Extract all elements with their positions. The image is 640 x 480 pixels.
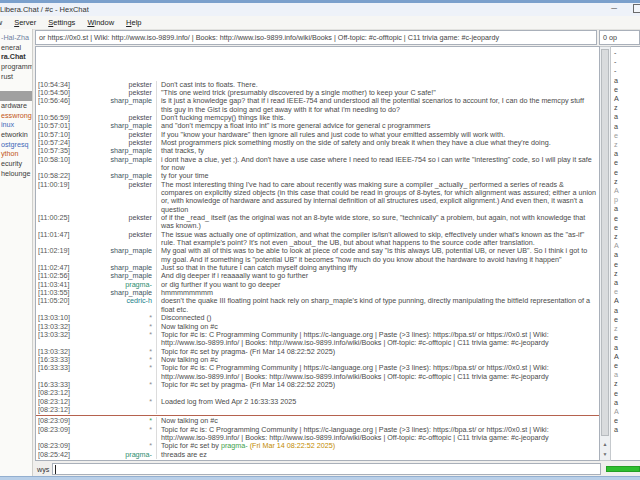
userlist-nick[interactable]: z xyxy=(611,140,640,149)
userlist-nick[interactable]: e xyxy=(611,85,640,94)
message-text xyxy=(156,406,599,414)
userlist-nick[interactable]: A xyxy=(611,352,640,361)
channel-tab[interactable]: esswrong xyxy=(0,111,32,121)
chat-scrollbar[interactable]: ▲ ▼ xyxy=(600,46,611,461)
userlist-nick[interactable]: a xyxy=(611,370,640,379)
userlist-nick[interactable]: e xyxy=(611,214,640,223)
channel-tab[interactable]: programm xyxy=(0,62,32,72)
channel-tab[interactable]: eneral xyxy=(0,43,32,53)
userlist-nick[interactable]: - xyxy=(611,66,640,75)
message-timestamp: [10:58:10] xyxy=(36,156,82,164)
message-nick: pekster xyxy=(82,89,156,97)
userlist-nick[interactable]: A xyxy=(611,94,640,103)
message-text: of if the _read_ itself (as the original… xyxy=(156,214,599,231)
userlist-nick[interactable]: z xyxy=(611,177,640,186)
userlist-nick[interactable]: e xyxy=(611,361,640,370)
channel-tab[interactable]: ardware xyxy=(0,101,32,111)
maximize-button[interactable] xyxy=(633,4,640,13)
userlist-nick[interactable]: a xyxy=(611,76,640,85)
userlist-nick[interactable]: a xyxy=(611,425,640,434)
channel-tab[interactable]: helounge xyxy=(0,169,32,179)
message-timestamp: [10:56:46] xyxy=(36,97,82,105)
scrollbar-thumb[interactable] xyxy=(601,49,609,436)
message-timestamp: [11:05:20] xyxy=(36,297,82,305)
userlist-nick[interactable]: A xyxy=(611,407,640,416)
menu-item-settings[interactable]: Settings xyxy=(48,16,75,29)
message-nick: pekster xyxy=(82,231,156,239)
channel-tab[interactable]: -Hal-Zha xyxy=(0,33,32,43)
menu-item-window[interactable]: Window xyxy=(87,16,114,29)
topic-row: or https://0x0.st | Wiki: http://www.iso… xyxy=(33,29,640,46)
userlist-nick[interactable]: a xyxy=(611,149,640,158)
userlist-nick[interactable]: a xyxy=(611,343,640,352)
userlist-nick[interactable]: A xyxy=(611,296,640,305)
message-nick: sharp_maple xyxy=(82,97,156,105)
userlist-nick[interactable]: z xyxy=(611,269,640,278)
message-timestamp: [11:01:47] xyxy=(36,231,82,239)
userlist-nick[interactable]: z xyxy=(611,103,640,112)
main-content: or https://0x0.st | Wiki: http://www.iso… xyxy=(33,29,640,477)
message-timestamp: [08:23:09] xyxy=(36,426,82,434)
userlist-nick[interactable]: e xyxy=(611,158,640,167)
own-nick-label[interactable]: wys xyxy=(35,465,49,474)
message-input[interactable] xyxy=(52,463,601,475)
channel-tab[interactable]: ra.Chat xyxy=(0,52,32,62)
channel-tab-selected[interactable] xyxy=(0,91,32,101)
message-nick: * xyxy=(82,381,156,389)
message-nick: * xyxy=(82,426,156,434)
channel-tab[interactable] xyxy=(0,81,32,91)
channel-tab[interactable]: ostgresq xyxy=(0,140,32,150)
channel-tab[interactable]: ython xyxy=(0,149,32,159)
chat-message-row: [11:02:47]sharp_mapleJust so that in the… xyxy=(36,264,599,272)
userlist-nick[interactable]: a xyxy=(611,204,640,213)
userlist-nick[interactable]: e xyxy=(611,315,640,324)
userlist-nick[interactable]: z xyxy=(611,379,640,388)
userlist-nick[interactable]: e xyxy=(611,131,640,140)
userlist-nick[interactable]: e xyxy=(611,389,640,398)
message-text: Topic for #c is: C Programming Community… xyxy=(156,364,599,381)
menu-item-help[interactable]: Help xyxy=(126,16,141,29)
titlebar-accent-strip xyxy=(0,0,640,3)
userlist-nick[interactable]: e xyxy=(611,168,640,177)
userlist-nick[interactable]: a xyxy=(611,250,640,259)
user-count-box: 0 op xyxy=(599,30,640,45)
user-list: ---aeAzaaezaeezApaeezAaezaeAaezeaAeazeaA… xyxy=(611,46,640,461)
userlist-nick[interactable]: e xyxy=(611,416,640,425)
channel-tab[interactable]: etworkin xyxy=(0,130,32,140)
userlist-nick[interactable]: p xyxy=(611,195,640,204)
userlist-nick[interactable]: A xyxy=(611,186,640,195)
userlist-nick[interactable]: e xyxy=(611,260,640,269)
topic-input[interactable]: or https://0x0.st | Wiki: http://www.iso… xyxy=(35,30,597,45)
userlist-nick[interactable]: A xyxy=(611,241,640,250)
userlist-nick[interactable]: z xyxy=(611,232,640,241)
message-nick: * xyxy=(82,331,156,339)
userlist-nick[interactable]: a xyxy=(611,112,640,121)
message-text: doesn't the quake III floating point hac… xyxy=(156,297,599,314)
menu-item-server[interactable]: Server xyxy=(14,16,36,29)
minimize-button[interactable]: ─ xyxy=(608,4,620,13)
scroll-up-icon[interactable]: ▲ xyxy=(600,439,610,449)
userlist-nick[interactable]: e xyxy=(611,223,640,232)
message-text: Topic for #c set by pragma- (Fri Mar 14 … xyxy=(156,381,599,389)
menu-item-view[interactable]: View xyxy=(0,16,2,29)
userlist-nick[interactable]: e xyxy=(611,333,640,342)
userlist-nick[interactable]: - xyxy=(611,57,640,66)
message-text: threads are ez xyxy=(156,451,599,459)
userlist-nick[interactable]: e xyxy=(611,287,640,296)
userlist-nick[interactable]: a xyxy=(611,278,640,287)
channel-tab[interactable]: rust xyxy=(0,72,32,82)
message-nick: * xyxy=(82,398,156,406)
message-nick: * xyxy=(82,323,156,331)
chat-message-row: [13:03:32]*Topic for #c is: C Programmin… xyxy=(36,331,599,348)
userlist-nick[interactable]: a xyxy=(611,398,640,407)
userlist-nick[interactable]: z xyxy=(611,324,640,333)
channel-tab[interactable]: inux xyxy=(0,120,32,130)
input-row: wys xyxy=(35,461,640,477)
channel-tab[interactable]: ecurity xyxy=(0,159,32,169)
hexchat-window: Libera.Chat / #c - HexChat ─ ViewServerS… xyxy=(0,0,640,480)
userlist-nick[interactable]: - xyxy=(611,48,640,57)
userlist-nick[interactable]: a xyxy=(611,122,640,131)
scroll-down-icon[interactable]: ▼ xyxy=(600,449,610,459)
userlist-nick[interactable]: a xyxy=(611,306,640,315)
message-nick: * xyxy=(82,348,156,356)
